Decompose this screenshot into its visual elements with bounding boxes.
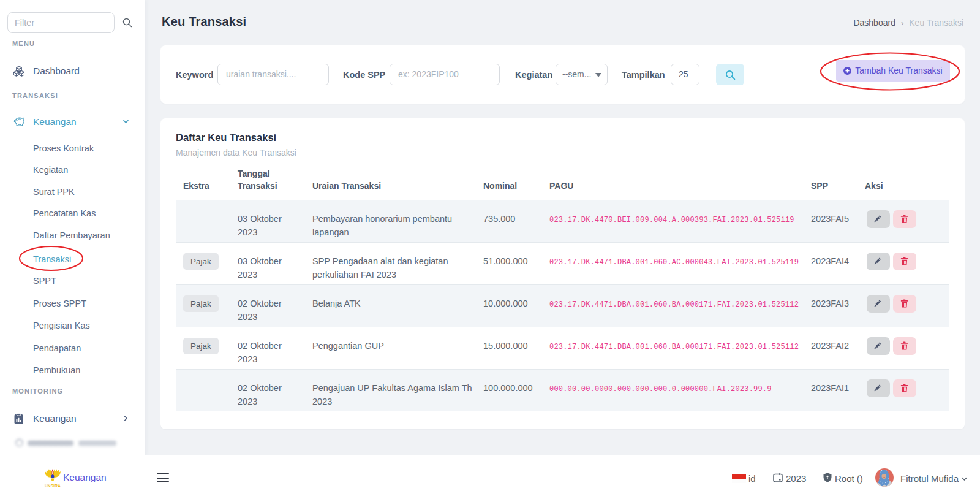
svg-text:UNSIRA: UNSIRA <box>45 484 61 488</box>
